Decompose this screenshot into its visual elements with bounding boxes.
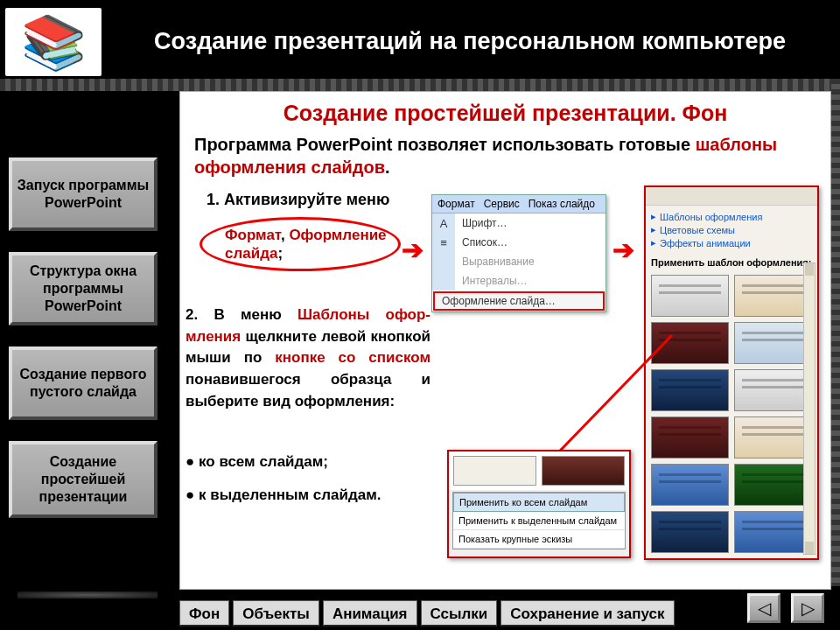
pane-links: ▸ Шаблоны оформления ▸ Цветовые схемы ▸ … — [646, 206, 817, 254]
sidebar-shadow — [18, 592, 158, 598]
pane-link-effects[interactable]: ▸ Эффекты анимации — [651, 237, 812, 248]
decorative-right — [831, 79, 840, 586]
link-label: Эффекты анимации — [660, 238, 751, 248]
pane-apply-label: Применить шаблон оформления: — [646, 254, 817, 271]
tab-objects[interactable]: Объекты — [233, 600, 319, 626]
oval-sep: , — [281, 227, 289, 243]
menu-bar-item: Сервис — [484, 198, 520, 210]
menu-bar-item: Показ слайдо — [528, 198, 595, 210]
chevron-right-icon: ▷ — [802, 598, 815, 619]
menu-list: A ≡ Шрифт… Список… Выравнивание Интервал… — [432, 213, 606, 311]
menu-item-design[interactable]: Оформление слайда… — [433, 291, 605, 311]
spacing-icon — [432, 271, 455, 290]
content-area: 1. Активизируйте меню Формат, Оформление… — [180, 191, 830, 567]
sidebar-item-create-slide[interactable]: Создание первого пустого слайда — [9, 346, 158, 420]
menu-item-spacing[interactable]: Интервалы… — [455, 271, 606, 290]
template-thumb[interactable] — [734, 511, 812, 553]
popup-item-apply-selected[interactable]: Применить к выделенным слайдам — [453, 512, 625, 530]
menu-item-list[interactable]: Список… — [455, 233, 606, 252]
tab-animation[interactable]: Анимация — [323, 600, 417, 626]
template-thumb[interactable] — [651, 369, 729, 411]
chevron-left-icon: ◁ — [758, 598, 771, 619]
nav-buttons: ◁ ▷ — [747, 593, 824, 623]
pane-link-templates[interactable]: ▸ Шаблоны оформления — [651, 211, 812, 222]
template-thumb[interactable] — [542, 456, 625, 486]
sidebar-item-structure[interactable]: Структура окна программы PowerPoint — [9, 252, 158, 326]
template-thumb[interactable] — [734, 416, 812, 458]
arrow-right-icon: ➔ — [402, 234, 424, 265]
bullet-all-slides: ● ко всем слайдам; — [186, 453, 382, 471]
logo: 📚 — [5, 8, 102, 76]
menu-bar: Формат Сервис Показ слайдо — [432, 195, 606, 213]
intro-end: . — [385, 158, 390, 177]
link-label: Цветовые схемы — [660, 225, 735, 235]
tab-links[interactable]: Ссылки — [421, 600, 498, 626]
intro-text: Программа PowerPoint позволяет использов… — [180, 131, 830, 186]
template-grid — [646, 271, 817, 556]
template-thumb[interactable] — [734, 275, 812, 317]
align-icon — [432, 252, 455, 271]
page-title: Создание презентаций на персональном ком… — [117, 26, 822, 57]
template-thumb[interactable] — [651, 511, 729, 553]
step2-part: 2. В меню — [186, 306, 298, 323]
next-button[interactable]: ▷ — [791, 593, 824, 623]
template-thumb[interactable] — [651, 322, 729, 364]
step2-hl: кнопке со списком — [275, 349, 430, 366]
prev-button[interactable]: ◁ — [747, 593, 780, 623]
template-thumb[interactable] — [651, 275, 729, 317]
sidebar-item-label: Структура окна программы PowerPoint — [16, 262, 150, 315]
link-label: Шаблоны оформления — [660, 212, 762, 222]
book-worm-icon: 📚 — [21, 11, 87, 74]
scrollbar[interactable] — [803, 262, 816, 555]
tab-background[interactable]: Фон — [179, 600, 229, 626]
menu-bar-item: Формат — [438, 198, 475, 210]
sidebar-item-label: Запуск программы PowerPoint — [16, 177, 150, 212]
template-thumb[interactable] — [734, 464, 812, 506]
template-thumb[interactable] — [734, 369, 812, 411]
menu-item-align[interactable]: Выравнивание — [455, 252, 606, 271]
sidebar-item-launch[interactable]: Запуск программы PowerPoint — [9, 158, 158, 231]
template-thumb[interactable] — [453, 456, 536, 486]
apply-popup-mock: Применить ко всем слайдам Применить к вы… — [447, 450, 631, 558]
list-icon: ≡ — [432, 233, 455, 252]
step2-bullets: ● ко всем слайдам; ● к выделенным слайда… — [186, 453, 382, 520]
menu-icon-column: A ≡ — [432, 214, 455, 290]
intro-plain: Программа PowerPoint позволяет использов… — [194, 135, 696, 154]
menu-item-font[interactable]: Шрифт… — [455, 214, 606, 233]
sidebar: Запуск программы PowerPoint Структура ок… — [9, 158, 166, 539]
popup-item-large-thumbs[interactable]: Показать крупные эскизы — [453, 530, 625, 549]
step1-oval-text: Формат, Оформление слайда; — [213, 226, 388, 263]
popup-thumbs — [449, 452, 629, 490]
bullet-selected-slides: ● к выделенным слайдам. — [186, 486, 382, 504]
template-thumb[interactable] — [734, 322, 812, 364]
oval-word-format: Формат — [225, 227, 281, 243]
sidebar-item-label: Создание первого пустого слайда — [16, 366, 150, 401]
sidebar-item-label: Создание простейшей презентации — [16, 453, 150, 506]
sidebar-item-simple-presentation[interactable]: Создание простейшей презентации — [9, 441, 158, 518]
pane-header — [646, 187, 817, 206]
step2-text: 2. В меню Шаблоны офор-мления щелкните л… — [186, 304, 430, 412]
decorative-strip — [0, 79, 840, 91]
step2-part: понавившегося образца и выберите вид офо… — [186, 371, 430, 410]
template-thumb[interactable] — [651, 464, 729, 506]
font-icon: A — [432, 214, 455, 233]
format-menu-mock: Формат Сервис Показ слайдо A ≡ Шрифт… Сп… — [431, 194, 606, 312]
popup-item-apply-all[interactable]: Применить ко всем слайдам — [453, 493, 625, 512]
template-thumb[interactable] — [651, 416, 729, 458]
design-templates-pane: ▸ Шаблоны оформления ▸ Цветовые схемы ▸ … — [644, 186, 819, 560]
bottom-tabs: Фон Объекты Анимация Ссылки Сохранение и… — [179, 600, 675, 626]
oval-end: ; — [277, 245, 283, 262]
popup-menu: Применить ко всем слайдам Применить к вы… — [452, 492, 626, 550]
header: 📚 Создание презентаций на персональном к… — [0, 0, 840, 79]
step1-oval: Формат, Оформление слайда; — [200, 217, 401, 271]
main-panel: Создание простейшей презентации. Фон Про… — [179, 91, 831, 590]
subtitle: Создание простейшей презентации. Фон — [180, 92, 830, 131]
arrow-right-icon: ➔ — [612, 234, 634, 265]
pane-link-colors[interactable]: ▸ Цветовые схемы — [651, 224, 812, 235]
tab-save-run[interactable]: Сохранение и запуск — [500, 600, 674, 626]
